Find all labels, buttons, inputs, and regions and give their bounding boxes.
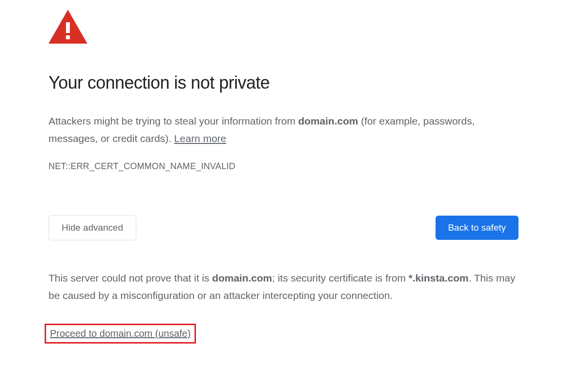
warning-description: Attackers might be trying to steal your … <box>49 112 518 147</box>
description-prefix: Attackers might be trying to steal your … <box>49 115 298 126</box>
proceed-highlight-box: Proceed to domain.com (unsafe) <box>45 324 196 344</box>
description-domain: domain.com <box>298 115 358 126</box>
back-to-safety-button[interactable]: Back to safety <box>436 216 518 240</box>
hide-advanced-button[interactable]: Hide advanced <box>49 215 136 240</box>
details-prefix: This server could not prove that it is <box>49 272 212 283</box>
details-cert-domain: *.kinsta.com <box>408 272 469 283</box>
page-title: Your connection is not private <box>49 73 518 93</box>
proceed-unsafe-link[interactable]: Proceed to domain.com (unsafe) <box>50 328 191 339</box>
details-middle: ; its security certificate is from <box>272 272 408 283</box>
button-row: Hide advanced Back to safety <box>49 215 518 240</box>
learn-more-link[interactable]: Learn more <box>174 133 226 144</box>
details-domain: domain.com <box>212 272 272 283</box>
warning-triangle-icon <box>49 10 87 44</box>
error-code: NET::ERR_CERT_COMMON_NAME_INVALID <box>49 161 518 172</box>
certificate-details: This server could not prove that it is d… <box>49 269 518 304</box>
svg-rect-2 <box>66 35 70 39</box>
svg-rect-1 <box>66 22 70 33</box>
